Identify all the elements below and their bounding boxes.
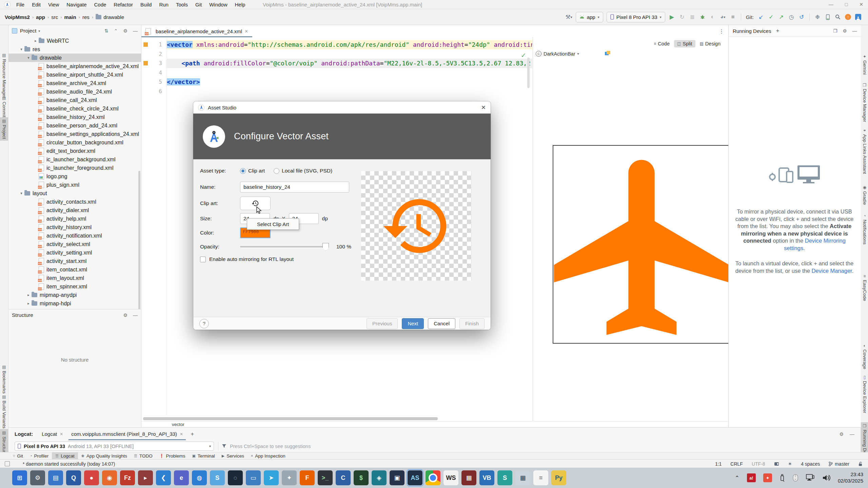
theme-selector[interactable]: C DarkActionBar ▾ xyxy=(536,51,579,57)
mode-split[interactable]: ◫Split xyxy=(674,40,695,47)
taskbar-app-purple-browser[interactable]: e xyxy=(174,470,189,485)
menu-window[interactable]: Window xyxy=(205,2,231,7)
close-icon[interactable]: ✕ xyxy=(859,2,863,7)
rd-settings-icon[interactable]: ⚙ xyxy=(843,28,847,34)
taskbar-app-teal-app[interactable]: S xyxy=(497,470,512,485)
taskbar-app-filezilla[interactable]: Fz xyxy=(120,470,135,485)
menu-build[interactable]: Build xyxy=(137,2,155,7)
structure-hide-icon[interactable]: — xyxy=(133,312,138,318)
volume-icon[interactable] xyxy=(822,474,830,481)
menu-navigate[interactable]: Navigate xyxy=(63,2,90,7)
breadcrumb-item-drawable[interactable]: drawable xyxy=(103,14,124,20)
tree-item-res[interactable]: ▾res xyxy=(8,45,141,54)
layers-icon[interactable] xyxy=(605,51,610,56)
tree-item-activity_notification[interactable]: activity_notification.xml xyxy=(8,231,141,240)
panel-settings-icon[interactable]: ⚙ xyxy=(123,28,127,34)
taskbar-app-notes-app[interactable]: ≡ xyxy=(533,470,548,485)
git-commit-icon[interactable]: ✓ xyxy=(766,13,776,21)
clip-art-radio[interactable] xyxy=(240,168,246,174)
taskbar-app-orange-app[interactable]: ◉ xyxy=(102,470,117,485)
tree-item-edit_text_border[interactable]: edit_text_border.xml xyxy=(8,147,141,155)
tool-strip-gemini[interactable]: ✦Gemini xyxy=(861,53,868,77)
tab-close-icon[interactable]: ✕ xyxy=(244,29,248,34)
tab-options-icon[interactable]: ⋮ xyxy=(715,28,728,35)
git-update-icon[interactable]: ↙ xyxy=(756,13,766,21)
menu-git[interactable]: Git xyxy=(192,2,205,7)
logcat-settings-icon[interactable]: ⚙ xyxy=(839,431,844,437)
taskbar-app-webstorm[interactable]: WS xyxy=(443,470,458,485)
device-mirror-icon[interactable] xyxy=(823,13,833,21)
tree-item-item_spinner[interactable]: item_spinner.xml xyxy=(8,282,141,291)
tool-strip-coverage[interactable]: ◐Coverage xyxy=(861,342,868,371)
taskbar-app-firefox[interactable]: F xyxy=(300,470,315,485)
taskbar-app-python-app[interactable]: Py xyxy=(551,470,566,485)
tree-item-drawable[interactable]: ▾drawable xyxy=(8,54,141,62)
taskbar-app-dev-compass[interactable]: ◈ xyxy=(372,470,387,485)
menu-help[interactable]: Help xyxy=(231,2,249,7)
tree-item-activity_select[interactable]: activity_select.xml xyxy=(8,240,141,248)
minimize-icon[interactable]: — xyxy=(829,2,833,7)
toolwindow-todo[interactable]: ☰TODO xyxy=(131,452,156,459)
logcat-tab[interactable]: Logcat✕ xyxy=(38,428,67,440)
maximize-icon[interactable]: □ xyxy=(845,2,848,7)
ai-assistant-icon[interactable]: ✶ xyxy=(788,461,792,467)
tool-strip-bookmarks[interactable]: ▤Bookmarks xyxy=(0,363,8,395)
amd-software-icon[interactable]: a! xyxy=(747,473,756,482)
running-devices-title[interactable]: Running Devices xyxy=(733,28,771,34)
tool-strip-commit[interactable]: ▤Commit xyxy=(0,94,8,119)
tree-item-activity_setting[interactable]: activity_setting.xml xyxy=(8,248,141,257)
run-button[interactable]: ▶ xyxy=(667,13,677,21)
tab-close-icon[interactable]: ✕ xyxy=(60,432,63,436)
code-line-1[interactable]: <vector xmlns:android="http://schemas.an… xyxy=(167,40,532,49)
logcat-filter-input[interactable] xyxy=(229,443,434,449)
code-line-5[interactable]: </vector> xyxy=(167,77,532,87)
tree-item-baseline_check_circle_24[interactable]: baseline_check_circle_24.xml xyxy=(8,104,141,113)
dialog-close-icon[interactable]: ✕ xyxy=(481,104,486,111)
mode-design[interactable]: ▨Design xyxy=(697,40,724,47)
rd-hide-icon[interactable]: — xyxy=(852,28,857,34)
tree-item-ic_launcher_foreground[interactable]: ic_launcher_foreground.xml xyxy=(8,164,141,172)
chevron-right-icon[interactable]: ▸ xyxy=(25,301,32,306)
toolwindow-problems[interactable]: ❗Problems xyxy=(156,452,189,459)
menu-edit[interactable]: Edit xyxy=(28,2,44,7)
structure-settings-icon[interactable]: ⚙ xyxy=(123,312,127,318)
tree-item-WebRTC[interactable]: ▸WebRTC xyxy=(8,37,141,45)
xml-breadcrumb[interactable]: vector xyxy=(172,422,184,427)
tray-expand-icon[interactable]: ⌃ xyxy=(735,474,739,482)
sync-project-icon[interactable]: ⚒▾ xyxy=(564,13,574,21)
file-encoding[interactable]: UTF-8 xyxy=(752,461,765,467)
unlocked-icon[interactable] xyxy=(858,462,863,466)
tree-item-activity_contacts[interactable]: activity_contacts.xml xyxy=(8,198,141,206)
taskbar-app-dark-ide[interactable]: ▣ xyxy=(390,470,405,485)
toolwindow-git[interactable]: ⑂Git xyxy=(9,452,26,459)
profiler-icon[interactable]: ◕▾ xyxy=(718,13,728,21)
project-scrollbar[interactable] xyxy=(138,171,140,309)
select-opened-file-icon[interactable]: ⇅ xyxy=(104,28,108,34)
tree-item-item_contact[interactable]: item_contact.xml xyxy=(8,265,141,274)
tree-item-activity_help[interactable]: activity_help.xml xyxy=(8,215,141,223)
menu-tools[interactable]: Tools xyxy=(172,2,192,7)
git-history-icon[interactable]: ◷ xyxy=(786,13,796,21)
editor-horizontal-scrollbar[interactable] xyxy=(143,417,438,420)
tree-item-baseline_settings_applications_24[interactable]: baseline_settings_applications_24.xml xyxy=(8,130,141,138)
logcat-hide-icon[interactable]: — xyxy=(850,431,854,437)
help-button[interactable]: ? xyxy=(199,319,209,328)
project-panel-title[interactable]: Project xyxy=(20,28,36,34)
finish-button[interactable]: Finish xyxy=(459,318,485,329)
cancel-button[interactable]: Cancel xyxy=(428,318,455,329)
taskbar-app-calculator[interactable]: ▦ xyxy=(515,470,530,485)
taskbar-app-c-ide[interactable]: C xyxy=(336,470,351,485)
tool-strip-resource-manager[interactable]: ▤Resource Manager xyxy=(0,52,8,100)
taskbar-app-network-tool[interactable]: ✦ xyxy=(282,470,297,485)
status-message[interactable]: * daemon started successfully (today 14:… xyxy=(23,461,115,467)
assistant-icon[interactable]: ❉ xyxy=(812,13,823,21)
display-settings-icon[interactable] xyxy=(806,474,815,482)
tree-item-layout[interactable]: ▾layout xyxy=(8,189,141,198)
taskbar-app-telegram[interactable]: ➤ xyxy=(264,470,279,485)
tree-item-baseline_archive_24[interactable]: baseline_archive_24.xml xyxy=(8,79,141,87)
taskbar-app-blue-sphere-app[interactable]: ◍ xyxy=(192,470,207,485)
logcat-device-select[interactable]: Pixel 8 Pro API 33 Android 13, API 33 [O… xyxy=(15,442,214,451)
new-logcat-tab-icon[interactable]: + xyxy=(191,431,194,438)
menu-run[interactable]: Run xyxy=(155,2,172,7)
toolwindow-terminal[interactable]: ▣Terminal xyxy=(189,452,218,459)
